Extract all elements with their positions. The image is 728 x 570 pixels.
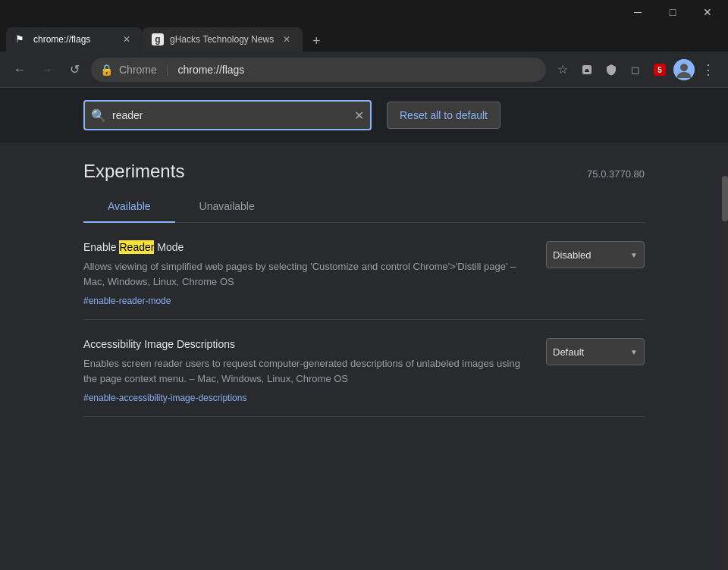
tab-ghacks-close[interactable]: ✕ [280, 33, 293, 46]
minimize-button[interactable]: ─ [620, 0, 655, 24]
desc-highlight: reader [154, 358, 183, 369]
search-icon: 🔍 [91, 108, 106, 123]
experiment-reader-mode-desc: Allows viewing of simplified web pages b… [83, 259, 531, 289]
experiment-reader-mode-info: Enable Reader Mode Allows viewing of sim… [83, 241, 531, 307]
url-text: chrome://flags [177, 64, 537, 76]
close-button[interactable]: ✕ [690, 0, 725, 24]
title-bar: ─ □ ✕ [0, 0, 728, 24]
accessibility-dropdown-value: Default [553, 346, 626, 358]
reader-mode-dropdown[interactable]: Disabled ▼ [546, 241, 645, 268]
reader-mode-dropdown-value: Disabled [553, 249, 626, 261]
content-tabs: Available Unavailable [83, 191, 645, 223]
scrollbar-thumb[interactable] [722, 176, 728, 221]
reset-all-default-button[interactable]: Reset all to default [387, 102, 500, 129]
experiment-name-pre: Enable [83, 241, 119, 253]
experiment-accessibility-link[interactable]: #enable-accessibility-image-descriptions [83, 393, 246, 403]
omnibox-separator: | [166, 64, 169, 76]
tab-flags-title: chrome://flags [33, 34, 114, 45]
svg-text:5: 5 [657, 66, 662, 74]
tab-flags-icon: ⚑ [15, 33, 27, 45]
accessibility-dropdown[interactable]: Default ▼ [546, 338, 645, 365]
experiment-accessibility-info: Accessibility Image Descriptions Enables… [83, 338, 531, 404]
experiment-reader-mode-name: Enable Reader Mode [83, 241, 531, 253]
experiment-reader-mode: Enable Reader Mode Allows viewing of sim… [83, 223, 645, 320]
maximize-button[interactable]: □ [655, 0, 690, 24]
search-area: 🔍 reader ✕ Reset all to default [0, 88, 728, 142]
tab-unavailable[interactable]: Unavailable [175, 191, 279, 223]
new-tab-button[interactable]: + [306, 30, 327, 52]
screencast-button[interactable]: ◻ [625, 59, 646, 80]
experiment-accessibility-desc: Enables screen reader users to request c… [83, 356, 531, 386]
reader-mode-dropdown-arrow: ▼ [630, 251, 638, 259]
profile-button[interactable]: 5 [649, 59, 670, 80]
experiments-header: Experiments 75.0.3770.80 [83, 142, 645, 191]
tab-ghacks[interactable]: g gHacks Technology News ✕ [143, 27, 303, 52]
tab-flags[interactable]: ⚑ chrome://flags ✕ [6, 27, 143, 52]
main-content: Experiments 75.0.3770.80 Available Unava… [0, 142, 728, 417]
experiment-name-post: Mode [154, 241, 184, 253]
accessibility-dropdown-arrow: ▼ [630, 348, 638, 356]
experiment-accessibility-name: Accessibility Image Descriptions [83, 338, 531, 350]
lock-icon: 🔒 [100, 64, 113, 76]
omnibox[interactable]: 🔒 Chrome | chrome://flags [91, 58, 546, 82]
search-input[interactable]: reader [112, 109, 348, 121]
tab-ghacks-icon: g [152, 33, 164, 45]
tab-flags-close[interactable]: ✕ [120, 33, 133, 46]
back-button[interactable]: ← [9, 59, 30, 80]
reload-button[interactable]: ↺ [64, 59, 85, 80]
extension-button[interactable] [576, 59, 598, 80]
experiment-accessibility-name-text: Accessibility Image Descriptions [83, 338, 235, 350]
version-text: 75.0.3770.80 [587, 168, 645, 180]
address-bar: ← → ↺ 🔒 Chrome | chrome://flags ☆ ◻ 5 ⋮ [0, 52, 728, 88]
experiment-reader-mode-link[interactable]: #enable-reader-mode [83, 296, 171, 306]
scrollbar-track[interactable] [722, 176, 728, 570]
toolbar-right: ☆ ◻ 5 ⋮ [552, 59, 719, 80]
shield-button[interactable] [601, 59, 622, 80]
experiment-accessibility: Accessibility Image Descriptions Enables… [83, 320, 645, 417]
avatar-image [673, 59, 695, 80]
menu-button[interactable]: ⋮ [698, 59, 719, 80]
forward-button[interactable]: → [36, 59, 58, 80]
desc-pre: Enables screen [83, 358, 154, 369]
site-brand: Chrome [119, 64, 157, 76]
star-button[interactable]: ☆ [552, 59, 573, 80]
tab-bar: ⚑ chrome://flags ✕ g gHacks Technology N… [0, 24, 728, 52]
tab-ghacks-title: gHacks Technology News [170, 34, 274, 45]
experiment-name-highlight: Reader [119, 240, 154, 254]
svg-point-3 [677, 72, 691, 78]
page-title: Experiments [83, 161, 184, 182]
tab-available[interactable]: Available [83, 191, 175, 223]
search-clear-button[interactable]: ✕ [354, 108, 364, 123]
svg-point-2 [680, 64, 688, 71]
search-box[interactable]: 🔍 reader ✕ [83, 100, 372, 130]
avatar-button[interactable] [673, 59, 695, 80]
page: 🔍 reader ✕ Reset all to default Experime… [0, 88, 728, 570]
